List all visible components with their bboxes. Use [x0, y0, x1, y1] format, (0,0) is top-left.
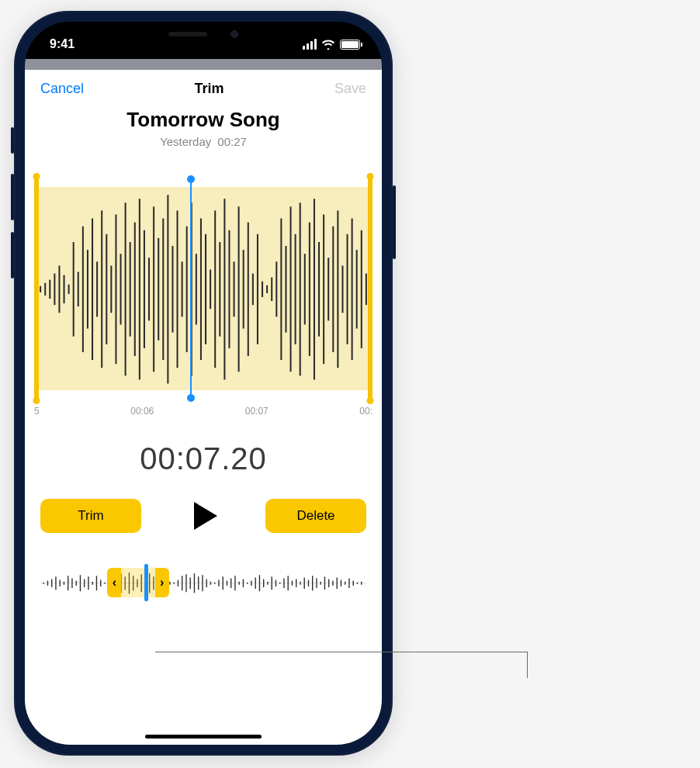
waveform-overview: [40, 571, 366, 596]
sheet-background-strip: [25, 59, 382, 70]
cellular-signal-icon: [303, 39, 317, 50]
controls-row: Trim Delete: [25, 476, 382, 535]
trim-handle-start[interactable]: [34, 176, 39, 401]
volume-up-button: [11, 174, 14, 220]
status-time: 9:41: [50, 37, 75, 51]
page-title: Trim: [194, 81, 224, 97]
overview-handle-end[interactable]: ›: [155, 568, 169, 597]
save-button: Save: [334, 81, 366, 97]
overview-selection[interactable]: ‹ ›: [112, 568, 164, 597]
tick-label: 00:07: [245, 406, 269, 417]
tick-label: 00:: [359, 406, 373, 417]
battery-icon: [340, 40, 360, 50]
waveform-large: [34, 187, 373, 392]
chevron-right-icon: ›: [160, 576, 164, 590]
tick-label: 00:06: [130, 406, 154, 417]
trim-button[interactable]: Trim: [40, 499, 141, 533]
overview-playhead[interactable]: [144, 564, 148, 601]
delete-button[interactable]: Delete: [265, 499, 366, 533]
recording-duration: 00:27: [217, 135, 247, 148]
recording-title: Tomorrow Song: [25, 108, 382, 132]
current-time: 00:07.20: [25, 441, 382, 476]
play-icon: [194, 502, 217, 530]
chevron-left-icon: ‹: [113, 576, 116, 590]
notch: [126, 22, 281, 47]
mute-switch: [11, 127, 14, 154]
iphone-frame: 9:41 Cancel Trim Save Tomorrow Song Yest…: [14, 11, 393, 756]
recording-date: Yesterday: [160, 135, 211, 148]
play-button[interactable]: [184, 496, 223, 535]
waveform-editor[interactable]: [34, 176, 373, 401]
recording-subtitle: Yesterday00:27: [25, 135, 382, 148]
home-indicator[interactable]: [145, 735, 262, 739]
cancel-button[interactable]: Cancel: [40, 81, 84, 97]
overview-track[interactable]: ‹ ›: [40, 566, 366, 599]
nav-bar: Cancel Trim Save: [25, 70, 382, 103]
timeline-ruler: 5 00:06 00:07 00:: [34, 406, 373, 417]
wifi-icon: [321, 39, 335, 50]
playhead[interactable]: [190, 179, 192, 398]
side-button: [393, 185, 396, 259]
overview-handle-start[interactable]: ‹: [107, 568, 121, 597]
trim-handle-end[interactable]: [368, 176, 373, 401]
volume-down-button: [11, 232, 14, 278]
tick-label: 5: [34, 406, 40, 417]
